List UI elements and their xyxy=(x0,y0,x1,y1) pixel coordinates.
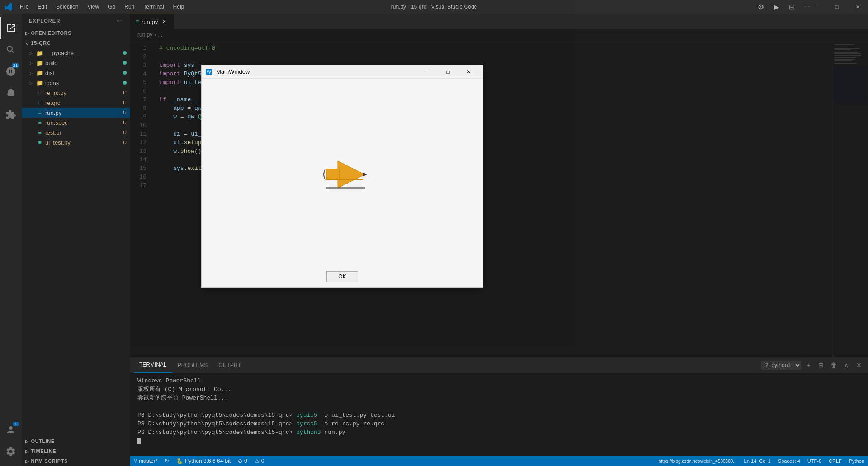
tab-close-icon[interactable]: ✕ xyxy=(160,18,168,25)
window-title: run.py - 15-qrc - Visual Studio Code xyxy=(391,4,477,10)
tree-item-ui-test[interactable]: ▷ ≡ ui_test.py U xyxy=(22,137,130,147)
python-icon: ≡ xyxy=(136,19,139,25)
terminal-cursor-line xyxy=(137,437,861,445)
activity-account[interactable]: 1 xyxy=(0,419,22,441)
dialog-close-btn[interactable]: ✕ xyxy=(458,65,479,79)
tree-item-icons[interactable]: ▷ 📁 icons xyxy=(22,78,130,88)
dialog-maximize-btn[interactable]: □ xyxy=(438,65,458,79)
menu-edit[interactable]: Edit xyxy=(34,3,51,11)
activity-debug[interactable] xyxy=(0,82,22,104)
status-warnings[interactable]: ⚠ 0 xyxy=(251,456,268,466)
title-bar: File Edit Selection View Go Run Terminal… xyxy=(0,0,868,14)
activity-git[interactable]: 21 xyxy=(0,61,22,82)
status-encoding[interactable]: UTF-8 xyxy=(804,456,825,466)
svg-marker-3 xyxy=(363,172,367,177)
run-icon[interactable]: ▶ xyxy=(769,0,783,14)
tree-item-run-py[interactable]: ▷ ≡ run.py U xyxy=(22,108,130,118)
menu-help[interactable]: Help xyxy=(170,3,188,11)
split-terminal-icon[interactable]: ⊟ xyxy=(816,360,826,371)
activity-explorer[interactable] xyxy=(0,17,22,39)
maximize-panel-icon[interactable]: ∧ xyxy=(841,360,852,371)
tab-output[interactable]: OUTPUT xyxy=(213,357,246,373)
menu-go[interactable]: Go xyxy=(104,3,119,11)
terminal-header2: 版权所有 (C) Microsoft Co... xyxy=(137,385,861,394)
terminal-content[interactable]: Windows PowerShell 版权所有 (C) Microsoft Co… xyxy=(130,373,868,456)
add-terminal-icon[interactable]: + xyxy=(803,360,814,371)
ok-button[interactable]: OK xyxy=(326,271,358,282)
tree-item-build[interactable]: ▷ 📁 build xyxy=(22,58,130,68)
timeline-section[interactable]: ▷ TIMELINE xyxy=(22,446,130,456)
dialog-footer: OK xyxy=(202,266,483,287)
tree-item-re-rc[interactable]: ▷ ≡ re_rc.py U xyxy=(22,88,130,98)
maximize-button[interactable]: □ xyxy=(826,0,847,14)
badge-u: U xyxy=(123,120,127,125)
minimize-button[interactable]: ─ xyxy=(806,0,826,14)
layout-icon[interactable]: ⊟ xyxy=(785,0,798,14)
badge-u: U xyxy=(123,110,127,115)
folder-icon: 📁 xyxy=(36,60,43,66)
menu-view[interactable]: View xyxy=(84,3,103,11)
outline-section[interactable]: ▷ OUTLINE xyxy=(22,436,130,446)
tree-item-run-spec[interactable]: ▷ ≡ run.spec U xyxy=(22,118,130,127)
breadcrumb-more[interactable]: ... xyxy=(158,32,162,38)
sidebar-header-actions: ··· xyxy=(116,17,123,24)
file-tree: ▷ OPEN EDITORS ▽ 15-QRC ▷ 📁 __pycache__ … xyxy=(22,28,130,147)
activity-search[interactable] xyxy=(0,39,22,61)
python-file-icon: ≡ xyxy=(36,139,43,146)
ui-file-icon: ≡ xyxy=(36,129,43,136)
close-panel-icon[interactable]: ✕ xyxy=(854,360,864,371)
npm-scripts-section[interactable]: ▷ NPM SCRIPTS xyxy=(22,456,130,466)
status-sync[interactable]: ↻ xyxy=(161,456,173,466)
breadcrumb-file[interactable]: run.py xyxy=(137,32,152,38)
git-badge: 21 xyxy=(12,63,19,68)
status-left: ⑂ master* ↻ 🐍 Python 3.6.6 64-bit ⊘ 0 ⚠ … xyxy=(130,456,268,466)
delete-terminal-icon[interactable]: 🗑 xyxy=(828,360,839,371)
new-file-icon[interactable]: ··· xyxy=(116,17,123,24)
status-git[interactable]: ⑂ master* xyxy=(130,456,161,466)
terminal-header1: Windows PowerShell xyxy=(137,377,861,385)
tab-problems[interactable]: PROBLEMS xyxy=(172,357,213,373)
menu-file[interactable]: File xyxy=(16,3,32,11)
status-spaces[interactable]: Spaces: 4 xyxy=(774,456,804,466)
tree-item-re-qrc[interactable]: ▷ ≡ re.qrc U xyxy=(22,98,130,108)
terminal-cmd3: PS D:\study\python\pyqt5\codes\demos\15-… xyxy=(137,428,861,437)
status-eol[interactable]: CRLF xyxy=(825,456,845,466)
status-errors[interactable]: ⊘ 0 xyxy=(234,456,251,466)
menu-selection[interactable]: Selection xyxy=(52,3,82,11)
sidebar: EXPLORER ··· ▷ OPEN EDITORS ▽ 15-QRC ▷ 📁… xyxy=(22,14,130,466)
status-bar: ⑂ master* ↻ 🐍 Python 3.6.6 64-bit ⊘ 0 ⚠ … xyxy=(130,456,868,466)
tab-run-py[interactable]: ≡ run.py ✕ xyxy=(130,14,174,29)
activity-settings[interactable] xyxy=(0,441,22,462)
panel-actions: 2: python3 + ⊟ 🗑 ∧ ✕ xyxy=(761,360,864,371)
panel-tab-bar: TERMINAL PROBLEMS OUTPUT 2: python3 + ⊟ … xyxy=(130,357,868,373)
terminal-selector[interactable]: 2: python3 xyxy=(761,361,801,370)
close-button[interactable]: ✕ xyxy=(847,0,868,14)
dot-green xyxy=(123,81,127,85)
tree-item-pycache[interactable]: ▷ 📁 __pycache__ xyxy=(22,48,130,58)
status-url[interactable]: https://blog.csdn.net/weixin_4500609... xyxy=(655,456,741,466)
tree-item-dist[interactable]: ▷ 📁 dist xyxy=(22,68,130,78)
menu-run[interactable]: Run xyxy=(121,3,138,11)
dot-green xyxy=(123,61,127,65)
remote-icon[interactable]: ⚙ xyxy=(754,0,768,14)
dialog-minimize-btn[interactable]: ─ xyxy=(417,65,438,79)
menu-terminal[interactable]: Terminal xyxy=(140,3,167,11)
terminal-cmd1: PS D:\study\python\pyqt5\codes\demos\15-… xyxy=(137,411,861,419)
status-position[interactable]: Ln 14, Col 1 xyxy=(741,456,774,466)
badge-u: U xyxy=(123,90,127,95)
mainwindow-dialog[interactable]: W MainWindow ─ □ ✕ xyxy=(201,65,483,288)
spec-file-icon: ≡ xyxy=(36,119,43,126)
open-editors-section[interactable]: ▷ OPEN EDITORS xyxy=(22,28,130,38)
project-section[interactable]: ▽ 15-QRC xyxy=(22,38,130,48)
dialog-controls: ─ □ ✕ xyxy=(417,65,479,79)
minimap xyxy=(832,40,868,357)
breadcrumb: run.py › ... xyxy=(130,29,868,40)
python-file-icon: ≡ xyxy=(36,89,43,96)
status-language[interactable]: Python xyxy=(845,456,868,466)
folder-icon: 📁 xyxy=(36,50,43,56)
tree-item-test-ui[interactable]: ▷ ≡ test.ui U xyxy=(22,127,130,137)
tab-terminal[interactable]: TERMINAL xyxy=(134,357,172,373)
activity-extensions[interactable] xyxy=(0,104,22,126)
status-python[interactable]: 🐍 Python 3.6.6 64-bit xyxy=(173,456,234,466)
folder-icon: 📁 xyxy=(36,70,43,76)
